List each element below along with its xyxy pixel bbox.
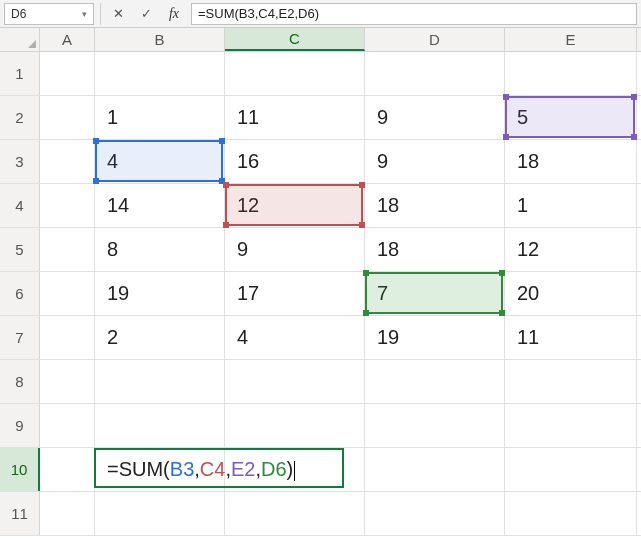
name-box-value: D6 [11, 7, 26, 21]
cell-D7[interactable]: 19 [365, 316, 505, 359]
col-header-B[interactable]: B [95, 28, 225, 51]
cell-D11[interactable] [365, 492, 505, 535]
cell-B3[interactable]: 4 [95, 140, 225, 183]
row-4: 41412181 [0, 184, 641, 228]
row-1: 1 [0, 52, 641, 96]
cell-A1[interactable] [40, 52, 95, 95]
cell-B2[interactable]: 1 [95, 96, 225, 139]
col-header-D[interactable]: D [365, 28, 505, 51]
cell-B11[interactable] [95, 492, 225, 535]
fx-button[interactable]: fx [163, 3, 185, 25]
cell-C1[interactable] [225, 52, 365, 95]
cell-E9[interactable] [505, 404, 637, 447]
cell-B5[interactable]: 8 [95, 228, 225, 271]
cell-D9[interactable] [365, 404, 505, 447]
name-box[interactable]: D6 ▾ [4, 3, 94, 25]
col-header-A[interactable]: A [40, 28, 95, 51]
row-7: 7241911 [0, 316, 641, 360]
cell-A2[interactable] [40, 96, 95, 139]
spreadsheet-grid: A B C D E 121119534169184141218158918126… [0, 28, 641, 536]
cell-A3[interactable] [40, 140, 95, 183]
cell-D5[interactable]: 18 [365, 228, 505, 271]
cell-C6[interactable]: 17 [225, 272, 365, 315]
cell-A10[interactable] [40, 448, 95, 491]
cell-E5[interactable]: 12 [505, 228, 637, 271]
row-header-6[interactable]: 6 [0, 272, 40, 315]
cell-D8[interactable] [365, 360, 505, 403]
cell-D2[interactable]: 9 [365, 96, 505, 139]
row-header-11[interactable]: 11 [0, 492, 40, 535]
cell-A4[interactable] [40, 184, 95, 227]
row-header-9[interactable]: 9 [0, 404, 40, 447]
cell-B9[interactable] [95, 404, 225, 447]
select-all-corner[interactable] [0, 28, 40, 51]
cell-B7[interactable]: 2 [95, 316, 225, 359]
cell-A5[interactable] [40, 228, 95, 271]
cell-E8[interactable] [505, 360, 637, 403]
cell-C3[interactable]: 16 [225, 140, 365, 183]
cell-E7[interactable]: 11 [505, 316, 637, 359]
row-2: 211195 [0, 96, 641, 140]
cell-E4[interactable]: 1 [505, 184, 637, 227]
row-header-2[interactable]: 2 [0, 96, 40, 139]
x-icon: ✕ [113, 6, 124, 21]
cancel-button[interactable]: ✕ [107, 3, 129, 25]
cell-C11[interactable] [225, 492, 365, 535]
cell-D1[interactable] [365, 52, 505, 95]
row-8: 8 [0, 360, 641, 404]
cell-E3[interactable]: 18 [505, 140, 637, 183]
divider [100, 3, 101, 25]
cell-E6[interactable]: 20 [505, 272, 637, 315]
cell-E10[interactable] [505, 448, 637, 491]
cell-A6[interactable] [40, 272, 95, 315]
row-header-10[interactable]: 10 [0, 448, 40, 491]
cell-B10[interactable]: =SUM(B3,C4,E2,D6) [95, 448, 225, 491]
cell-C2[interactable]: 11 [225, 96, 365, 139]
dropdown-icon[interactable]: ▾ [82, 9, 87, 19]
cell-D3[interactable]: 9 [365, 140, 505, 183]
row-9: 9 [0, 404, 641, 448]
row-11: 11 [0, 492, 641, 536]
cell-A11[interactable] [40, 492, 95, 535]
cell-E11[interactable] [505, 492, 637, 535]
check-icon: ✓ [141, 6, 152, 21]
cell-D6[interactable]: 7 [365, 272, 505, 315]
row-header-4[interactable]: 4 [0, 184, 40, 227]
cell-E2[interactable]: 5 [505, 96, 637, 139]
row-header-1[interactable]: 1 [0, 52, 40, 95]
cell-A7[interactable] [40, 316, 95, 359]
cell-B6[interactable]: 19 [95, 272, 225, 315]
column-headers: A B C D E [0, 28, 641, 52]
row-6: 61917720 [0, 272, 641, 316]
formula-text: =SUM(B3,C4,E2,D6) [198, 6, 319, 21]
row-header-3[interactable]: 3 [0, 140, 40, 183]
row-3: 3416918 [0, 140, 641, 184]
col-header-C[interactable]: C [225, 28, 365, 51]
cell-C8[interactable] [225, 360, 365, 403]
cell-C7[interactable]: 4 [225, 316, 365, 359]
cell-B8[interactable] [95, 360, 225, 403]
row-header-8[interactable]: 8 [0, 360, 40, 403]
cell-A9[interactable] [40, 404, 95, 447]
row-header-7[interactable]: 7 [0, 316, 40, 359]
cell-C4[interactable]: 12 [225, 184, 365, 227]
cell-B4[interactable]: 14 [95, 184, 225, 227]
fx-icon: fx [169, 6, 179, 22]
enter-button[interactable]: ✓ [135, 3, 157, 25]
cell-D10[interactable] [365, 448, 505, 491]
cell-C10[interactable] [225, 448, 365, 491]
cell-B1[interactable] [95, 52, 225, 95]
col-header-E[interactable]: E [505, 28, 637, 51]
formula-bar: D6 ▾ ✕ ✓ fx =SUM(B3,C4,E2,D6) [0, 0, 641, 28]
cell-C9[interactable] [225, 404, 365, 447]
cell-E1[interactable] [505, 52, 637, 95]
row-header-5[interactable]: 5 [0, 228, 40, 271]
formula-input[interactable]: =SUM(B3,C4,E2,D6) [191, 3, 637, 25]
cell-A8[interactable] [40, 360, 95, 403]
row-5: 5891812 [0, 228, 641, 272]
cell-D4[interactable]: 18 [365, 184, 505, 227]
cell-C5[interactable]: 9 [225, 228, 365, 271]
row-10: 10=SUM(B3,C4,E2,D6) [0, 448, 641, 492]
